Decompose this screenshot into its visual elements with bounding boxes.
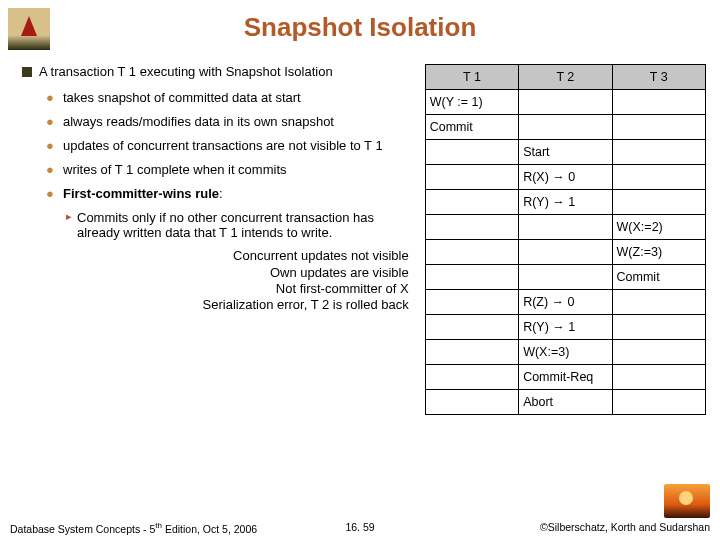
slide-title: Snapshot Isolation bbox=[0, 12, 720, 43]
bullet-text: always reads/modifies data in its own sn… bbox=[63, 114, 334, 129]
table-row: Commit bbox=[425, 265, 705, 290]
cell bbox=[519, 265, 612, 290]
table-row: W(X:=3) bbox=[425, 340, 705, 365]
cell: W(Y := 1) bbox=[425, 90, 518, 115]
cell: R(Y) → 1 bbox=[519, 190, 612, 215]
dot-icon: ● bbox=[46, 114, 58, 129]
square-bullet-icon bbox=[22, 67, 32, 77]
footer-left-a: Database System Concepts - 5 bbox=[10, 522, 155, 534]
intro-row: A transaction T 1 executing with Snapsho… bbox=[22, 64, 419, 80]
dot-icon: ● bbox=[46, 90, 58, 105]
table-row: Commit bbox=[425, 115, 705, 140]
cell bbox=[519, 115, 612, 140]
bullet-writes: ● writes of T 1 complete when it commits bbox=[46, 162, 419, 177]
sub-bullet-text: Commits only if no other concurrent tran… bbox=[77, 210, 419, 240]
dot-icon: ● bbox=[46, 138, 58, 153]
footer-left-sup: th bbox=[155, 521, 162, 530]
cell bbox=[612, 290, 705, 315]
bullet-fcw: ● First-committer-wins rule: bbox=[46, 186, 419, 201]
sub-bullet-commits-only: ▸ Commits only if no other concurrent tr… bbox=[66, 210, 419, 240]
cell bbox=[612, 340, 705, 365]
note-line-1: Concurrent updates not visible bbox=[22, 248, 409, 264]
footer-left: Database System Concepts - 5th Edition, … bbox=[10, 521, 257, 535]
cell bbox=[612, 115, 705, 140]
cell bbox=[425, 265, 518, 290]
cell bbox=[425, 215, 518, 240]
bullet-text: updates of concurrent transactions are n… bbox=[63, 138, 383, 153]
cell bbox=[425, 165, 518, 190]
table-row: W(Z:=3) bbox=[425, 240, 705, 265]
cell bbox=[519, 90, 612, 115]
table-row: Start bbox=[425, 140, 705, 165]
cell: W(X:=2) bbox=[612, 215, 705, 240]
table-row: Commit-Req bbox=[425, 365, 705, 390]
table-row: W(X:=2) bbox=[425, 215, 705, 240]
cell bbox=[612, 315, 705, 340]
table-row: R(Y) → 1 bbox=[425, 190, 705, 215]
notes-block: Concurrent updates not visible Own updat… bbox=[22, 248, 419, 313]
cell: Commit-Req bbox=[519, 365, 612, 390]
cell bbox=[612, 190, 705, 215]
bullet-concurrent: ● updates of concurrent transactions are… bbox=[46, 138, 419, 153]
slide: Snapshot Isolation A transaction T 1 exe… bbox=[0, 0, 720, 540]
note-line-2: Own updates are visible bbox=[22, 265, 409, 281]
cell bbox=[612, 165, 705, 190]
cell: R(Y) → 1 bbox=[519, 315, 612, 340]
cell bbox=[425, 140, 518, 165]
cell bbox=[425, 365, 518, 390]
bullet-own-snapshot: ● always reads/modifies data in its own … bbox=[46, 114, 419, 129]
th-t1: T 1 bbox=[425, 65, 518, 90]
cell bbox=[425, 315, 518, 340]
cell: Commit bbox=[612, 265, 705, 290]
footer: Database System Concepts - 5th Edition, … bbox=[10, 521, 710, 535]
dot-icon: ● bbox=[46, 186, 58, 201]
content-area: A transaction T 1 executing with Snapsho… bbox=[22, 64, 706, 506]
bullet-text: First-committer-wins rule: bbox=[63, 186, 223, 201]
bullet-text: takes snapshot of committed data at star… bbox=[63, 90, 301, 105]
note-line-3: Not first-committer of X bbox=[22, 281, 409, 297]
cell bbox=[425, 390, 518, 415]
th-t3: T 3 bbox=[612, 65, 705, 90]
cell bbox=[612, 140, 705, 165]
bullet-text: writes of T 1 complete when it commits bbox=[63, 162, 287, 177]
note-line-4: Serialization error, T 2 is rolled back bbox=[22, 297, 409, 313]
cell: Commit bbox=[425, 115, 518, 140]
cell bbox=[519, 240, 612, 265]
fcw-label: First-committer-wins rule bbox=[63, 186, 219, 201]
bullet-snapshot: ● takes snapshot of committed data at st… bbox=[46, 90, 419, 105]
cell bbox=[425, 240, 518, 265]
footer-left-b: Edition, Oct 5, 2006 bbox=[162, 522, 257, 534]
table-row: Abort bbox=[425, 390, 705, 415]
cell bbox=[425, 290, 518, 315]
table-header-row: T 1 T 2 T 3 bbox=[425, 65, 705, 90]
cell: W(X:=3) bbox=[519, 340, 612, 365]
sunset-icon bbox=[664, 484, 710, 518]
cell bbox=[612, 390, 705, 415]
footer-right: ©Silberschatz, Korth and Sudarshan bbox=[540, 521, 710, 535]
intro-text: A transaction T 1 executing with Snapsho… bbox=[39, 64, 333, 79]
cell bbox=[612, 90, 705, 115]
right-column: T 1 T 2 T 3 W(Y := 1) Commit bbox=[419, 64, 706, 506]
cell: Start bbox=[519, 140, 612, 165]
table-row: R(X) → 0 bbox=[425, 165, 705, 190]
cell: R(Z) → 0 bbox=[519, 290, 612, 315]
cell: R(X) → 0 bbox=[519, 165, 612, 190]
table-row: R(Z) → 0 bbox=[425, 290, 705, 315]
table-row: W(Y := 1) bbox=[425, 90, 705, 115]
schedule-table: T 1 T 2 T 3 W(Y := 1) Commit bbox=[425, 64, 706, 415]
cell: Abort bbox=[519, 390, 612, 415]
cell: W(Z:=3) bbox=[612, 240, 705, 265]
th-t2: T 2 bbox=[519, 65, 612, 90]
dot-icon: ● bbox=[46, 162, 58, 177]
cell bbox=[425, 190, 518, 215]
table-row: R(Y) → 1 bbox=[425, 315, 705, 340]
fcw-colon: : bbox=[219, 186, 223, 201]
cell bbox=[519, 215, 612, 240]
cell bbox=[612, 365, 705, 390]
left-column: A transaction T 1 executing with Snapsho… bbox=[22, 64, 419, 506]
sun-icon bbox=[679, 491, 693, 505]
cell bbox=[425, 340, 518, 365]
caret-icon: ▸ bbox=[66, 210, 72, 223]
